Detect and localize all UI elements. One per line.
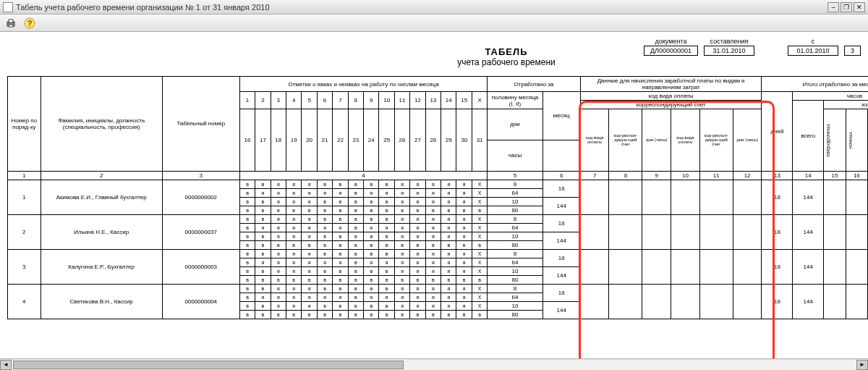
mark-cell: я <box>364 188 379 197</box>
mark-cell: X <box>472 214 487 223</box>
mark-cell: в <box>333 197 348 206</box>
mark-cell: я <box>425 232 441 240</box>
mark-cell: в <box>379 180 394 188</box>
mark-cell: я <box>456 188 472 197</box>
mark-cell: я <box>441 197 456 206</box>
mark-cell: я <box>441 293 456 301</box>
mark-cell: я <box>271 180 286 188</box>
mark-cell: в <box>379 301 394 310</box>
mark-cell: я <box>302 232 317 240</box>
close-button[interactable]: ✕ <box>854 2 865 12</box>
mark-cell: я <box>425 284 441 293</box>
mark-cell: в <box>364 284 379 293</box>
mark-cell: в <box>394 275 409 284</box>
document-icon <box>3 2 13 12</box>
mark-cell: в <box>239 275 255 284</box>
mark-cell: я <box>410 258 425 266</box>
mark-cell: в <box>456 275 472 284</box>
mark-cell: в <box>364 214 379 223</box>
table-row: 2 Ильина Н.Е., Кассир 0000000037 ввяяявв… <box>8 214 869 223</box>
mark-cell: я <box>441 266 456 275</box>
scroll-track[interactable] <box>12 360 856 370</box>
mark-cell: в <box>333 275 348 284</box>
row-number: 1 <box>8 180 41 214</box>
mark-cell: в <box>425 206 441 214</box>
mark-cell: в <box>317 310 332 319</box>
mark-cell: в <box>255 232 271 240</box>
mark-cell: X <box>472 188 487 197</box>
mark-cell: в <box>441 206 456 214</box>
mark-cell: я <box>441 188 456 197</box>
mark-cell: я <box>286 293 302 301</box>
mark-cell: я <box>286 284 302 293</box>
mark-cell: я <box>379 258 394 266</box>
mark-cell: я <box>410 301 425 310</box>
col-half: половину месяца (I, II) <box>488 92 542 109</box>
mark-cell: я <box>394 293 409 301</box>
mark-cell: в <box>286 240 302 249</box>
mark-cell: в <box>348 284 363 293</box>
content-area[interactable]: документа ДЛ000000001 составления 31.01.… <box>0 32 868 358</box>
mark-cell: в <box>333 249 348 258</box>
mark-cell: в <box>271 275 286 284</box>
mark-cell: в <box>472 206 487 214</box>
mark-cell: я <box>271 284 286 293</box>
mark-cell: в <box>456 310 472 319</box>
mark-cell: я <box>271 223 286 232</box>
mark-cell: я <box>425 180 441 188</box>
scroll-right-button[interactable]: ► <box>856 360 868 370</box>
doc-number-field: документа ДЛ000000001 <box>644 38 698 56</box>
table-body: 1 Акимова Е.И., Главный бухгалтер 000000… <box>8 180 869 319</box>
col-name: Фамилия, инициалы, должность (специально… <box>41 77 162 172</box>
mark-cell: я <box>271 197 286 206</box>
scroll-thumb[interactable] <box>13 361 404 369</box>
mark-cell: в <box>239 284 255 293</box>
mark-cell: в <box>239 197 255 206</box>
minimize-button[interactable]: – <box>827 2 839 12</box>
mark-cell: в <box>379 232 394 240</box>
employee-tabnum: 0000000003 <box>162 249 239 284</box>
maximize-button[interactable]: ❐ <box>841 2 852 12</box>
horizontal-scrollbar[interactable]: ◄ ► <box>0 358 868 370</box>
mark-cell: я <box>394 197 409 206</box>
mark-cell: в <box>286 206 302 214</box>
mark-cell: я <box>441 180 456 188</box>
mark-cell: в <box>379 310 394 319</box>
mark-cell: X <box>472 266 487 275</box>
mark-cell: в <box>239 214 255 223</box>
mark-cell: я <box>441 223 456 232</box>
svg-rect-2 <box>9 25 13 27</box>
mark-cell: в <box>441 310 456 319</box>
mark-cell: я <box>286 180 302 188</box>
mark-cell: в <box>255 249 271 258</box>
mark-cell: в <box>333 214 348 223</box>
mark-cell: я <box>441 249 456 258</box>
mark-cell: в <box>410 275 425 284</box>
mark-cell: я <box>394 301 409 310</box>
mark-cell: в <box>394 310 409 319</box>
mark-cell: в <box>255 310 271 319</box>
help-icon[interactable]: ? <box>23 17 36 30</box>
mark-cell: я <box>286 214 302 223</box>
mark-cell: в <box>441 240 456 249</box>
mark-cell: я <box>302 284 317 293</box>
compilation-date-field: составления 31.01.2010 <box>704 38 754 56</box>
mark-cell: в <box>333 310 348 319</box>
mark-cell: X <box>472 223 487 232</box>
mark-cell: я <box>410 249 425 258</box>
mark-cell: я <box>255 293 271 301</box>
mark-cell: в <box>472 240 487 249</box>
mark-cell: я <box>425 197 441 206</box>
print-icon[interactable] <box>4 17 17 30</box>
mark-cell: я <box>255 223 271 232</box>
col-number: Номер по поряд-ку <box>8 77 41 172</box>
mark-cell: в <box>286 310 302 319</box>
row-number: 2 <box>8 214 41 249</box>
mark-cell: в <box>348 197 363 206</box>
mark-cell: в <box>239 240 255 249</box>
mark-cell: в <box>348 301 363 310</box>
mark-cell: я <box>441 232 456 240</box>
mark-cell: в <box>333 284 348 293</box>
scroll-left-button[interactable]: ◄ <box>0 360 12 370</box>
timesheet-table: Номер по поряд-ку Фамилия, инициалы, дол… <box>7 76 868 319</box>
